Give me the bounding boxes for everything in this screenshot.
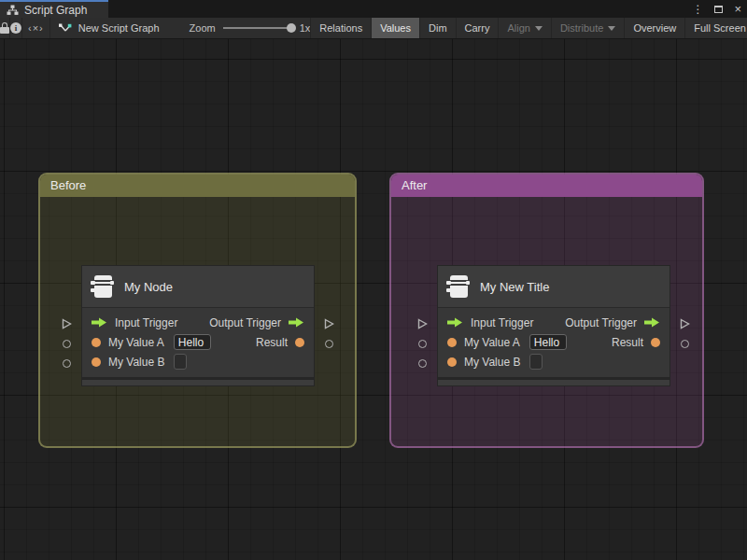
port-label: My Value A xyxy=(108,336,164,349)
value-input-port-icon[interactable] xyxy=(92,338,101,347)
ext-flow-output-port[interactable] xyxy=(680,318,690,329)
tab-title: Script Graph xyxy=(24,4,87,17)
window-controls: ⋮ × xyxy=(692,0,741,18)
port-label: Result xyxy=(256,336,288,349)
flow-input-port-icon[interactable] xyxy=(92,317,107,328)
node-title: My Node xyxy=(124,280,173,294)
align-label: Align xyxy=(507,22,529,34)
node-header[interactable]: My New Title xyxy=(438,266,669,308)
tab-script-graph[interactable]: Script Graph xyxy=(0,0,108,18)
script-graph-icon xyxy=(7,5,19,16)
menu-icon[interactable]: ⋮ xyxy=(692,4,703,15)
values-button[interactable]: Values xyxy=(371,18,419,38)
align-button[interactable]: Align xyxy=(498,18,550,38)
node-header[interactable]: My Node xyxy=(82,266,314,308)
zoom-value: 1x xyxy=(300,22,311,34)
node-footer xyxy=(82,377,314,385)
chevron-down-icon xyxy=(535,26,543,31)
graph-icon xyxy=(58,22,72,35)
port-row-value-b: My Value B xyxy=(438,352,669,371)
port-row-value-b: My Value B xyxy=(82,352,314,371)
node-title: My New Title xyxy=(480,280,549,294)
value-output-port-icon[interactable] xyxy=(295,338,304,347)
flow-input-port-icon[interactable] xyxy=(447,317,463,328)
node-my-new-title[interactable]: My New Title Input Trigger Output Trigge… xyxy=(437,265,670,386)
ext-value-input-port-b[interactable] xyxy=(63,359,71,368)
chevron-down-icon xyxy=(608,26,615,31)
info-icon: i xyxy=(10,22,21,34)
unit-icon xyxy=(91,274,114,299)
value-input-port-icon[interactable] xyxy=(447,338,457,347)
code-view-button[interactable]: ‹×› xyxy=(22,18,50,38)
zoom-control: Zoom 1x xyxy=(190,18,311,38)
ext-value-output-port[interactable] xyxy=(681,340,689,348)
port-label: My Value B xyxy=(108,356,164,369)
node-my-node[interactable]: My Node Input Trigger Output Trigger xyxy=(81,265,315,386)
ext-value-output-port[interactable] xyxy=(325,340,333,348)
port-list: Input Trigger Output Trigger My Value A xyxy=(438,308,669,377)
group-after-title: After xyxy=(402,178,427,192)
tab-bar: Script Graph ⋮ × xyxy=(0,0,747,18)
graph-canvas[interactable]: Before My Node xyxy=(0,39,747,560)
close-icon[interactable]: × xyxy=(734,3,741,15)
value-b-input[interactable] xyxy=(174,354,187,370)
port-row-value-a: My Value A Result xyxy=(82,332,314,352)
port-list: Input Trigger Output Trigger My Value A xyxy=(82,308,314,377)
ext-flow-output-port[interactable] xyxy=(324,318,334,329)
overview-button[interactable]: Overview xyxy=(624,18,684,38)
carry-button[interactable]: Carry xyxy=(456,18,499,38)
value-a-input[interactable] xyxy=(529,334,567,350)
zoom-slider[interactable] xyxy=(223,27,292,29)
carry-label: Carry xyxy=(465,22,490,34)
group-before[interactable]: Before My Node xyxy=(38,173,357,448)
ext-flow-input-port[interactable] xyxy=(62,318,72,329)
value-a-input[interactable] xyxy=(174,334,211,350)
graph-toolbar: i ‹×› New Script Graph Zoom 1x Relations… xyxy=(0,18,747,39)
lock-icon xyxy=(0,22,9,34)
group-after-header[interactable]: After xyxy=(391,175,702,197)
node-footer xyxy=(438,377,669,385)
ext-flow-input-port[interactable] xyxy=(417,318,428,329)
dim-label: Dim xyxy=(429,22,447,34)
flow-output-port-icon[interactable] xyxy=(644,317,660,328)
relations-button[interactable]: Relations xyxy=(310,18,371,38)
value-input-port-icon[interactable] xyxy=(92,357,101,367)
lock-button[interactable] xyxy=(0,18,10,38)
port-row-trigger: Input Trigger Output Trigger xyxy=(82,313,314,332)
port-label: Result xyxy=(612,336,643,349)
info-button[interactable]: i xyxy=(10,18,22,38)
port-row-value-a: My Value A Result xyxy=(438,332,669,352)
dim-button[interactable]: Dim xyxy=(419,18,456,38)
toolbar-toggles: Relations Values Dim Carry Align Distrib… xyxy=(310,18,747,38)
zoom-slider-handle[interactable] xyxy=(287,23,296,33)
ext-value-input-port-a[interactable] xyxy=(418,340,427,348)
maximize-icon[interactable] xyxy=(714,6,723,13)
ext-value-input-port-b[interactable] xyxy=(418,359,427,368)
relations-label: Relations xyxy=(319,22,362,34)
graph-name-button[interactable]: New Script Graph xyxy=(50,18,169,38)
port-label: Output Trigger xyxy=(565,316,637,329)
port-label: Input Trigger xyxy=(471,316,533,329)
fullscreen-label: Full Screen xyxy=(694,22,746,34)
unit-icon xyxy=(446,274,470,299)
distribute-label: Distribute xyxy=(560,22,603,34)
values-label: Values xyxy=(380,22,411,34)
flow-output-port-icon[interactable] xyxy=(289,317,304,328)
value-output-port-icon[interactable] xyxy=(651,338,660,347)
code-icon: ‹×› xyxy=(28,22,44,34)
ext-value-input-port-a[interactable] xyxy=(63,340,71,348)
overview-label: Overview xyxy=(633,22,676,34)
value-input-port-icon[interactable] xyxy=(447,357,457,367)
fullscreen-button[interactable]: Full Screen xyxy=(684,18,747,38)
value-b-input[interactable] xyxy=(529,354,543,370)
group-before-title: Before xyxy=(50,178,86,192)
port-label: My Value A xyxy=(464,336,520,349)
port-row-trigger: Input Trigger Output Trigger xyxy=(438,313,669,332)
port-label: Output Trigger xyxy=(209,316,281,329)
group-before-header[interactable]: Before xyxy=(40,175,355,197)
port-label: My Value B xyxy=(464,356,520,369)
graph-name-label: New Script Graph xyxy=(78,22,160,34)
group-after[interactable]: After My New Title xyxy=(389,173,704,448)
zoom-label: Zoom xyxy=(190,22,216,34)
distribute-button[interactable]: Distribute xyxy=(551,18,624,38)
